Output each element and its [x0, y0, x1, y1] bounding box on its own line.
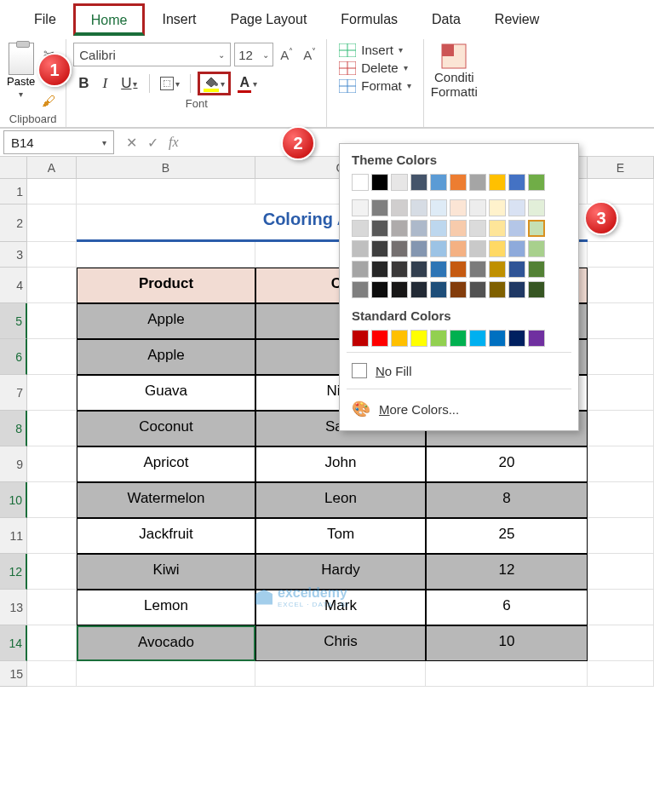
- cell[interactable]: [27, 179, 77, 204]
- cell[interactable]: [588, 242, 654, 268]
- cell[interactable]: [27, 339, 77, 375]
- insert-cells-button[interactable]: Insert ▾: [339, 43, 411, 57]
- table-cell[interactable]: Hardy: [255, 554, 426, 590]
- color-swatch[interactable]: [371, 174, 388, 191]
- row-header[interactable]: 3: [0, 242, 27, 268]
- delete-cells-button[interactable]: Delete ▾: [339, 60, 411, 75]
- color-swatch[interactable]: [391, 174, 408, 191]
- italic-button[interactable]: I: [98, 72, 113, 95]
- color-swatch[interactable]: [410, 240, 427, 257]
- cell[interactable]: [27, 268, 77, 303]
- color-swatch[interactable]: [430, 261, 447, 278]
- cell[interactable]: [588, 339, 654, 375]
- row-header[interactable]: 6: [0, 339, 27, 375]
- row-header[interactable]: 2: [0, 204, 27, 242]
- table-cell[interactable]: Guava: [77, 375, 255, 411]
- color-swatch[interactable]: [528, 174, 545, 191]
- cell[interactable]: [588, 268, 654, 303]
- cell[interactable]: [588, 303, 654, 339]
- tab-review[interactable]: Review: [478, 3, 556, 36]
- cell[interactable]: [27, 625, 77, 661]
- color-swatch[interactable]: [391, 240, 408, 257]
- col-header-A[interactable]: A: [27, 157, 77, 178]
- color-swatch[interactable]: [528, 199, 545, 216]
- table-cell[interactable]: Kiwi: [77, 554, 255, 590]
- cell[interactable]: [77, 661, 255, 687]
- color-swatch[interactable]: [371, 330, 388, 347]
- format-painter-icon[interactable]: 🖌: [38, 92, 59, 111]
- color-swatch[interactable]: [430, 220, 447, 237]
- cell[interactable]: [588, 554, 654, 590]
- color-swatch[interactable]: [410, 174, 427, 191]
- color-swatch[interactable]: [450, 330, 467, 347]
- color-swatch[interactable]: [489, 330, 506, 347]
- table-cell[interactable]: Avocado: [77, 625, 255, 661]
- color-swatch[interactable]: [371, 261, 388, 278]
- color-swatch[interactable]: [352, 220, 369, 237]
- table-cell[interactable]: Lemon: [77, 590, 255, 625]
- table-cell[interactable]: Watermelon: [77, 482, 255, 518]
- row-header[interactable]: 4: [0, 268, 27, 303]
- table-cell[interactable]: 25: [426, 518, 588, 554]
- color-swatch[interactable]: [371, 240, 388, 257]
- fill-color-button[interactable]: ▾: [198, 72, 231, 95]
- color-swatch[interactable]: [508, 174, 525, 191]
- conditional-formatting-icon[interactable]: [440, 43, 468, 70]
- color-swatch[interactable]: [469, 261, 486, 278]
- underline-button[interactable]: U ▾: [116, 72, 142, 95]
- cell[interactable]: [426, 661, 588, 687]
- color-swatch[interactable]: [391, 261, 408, 278]
- color-swatch[interactable]: [352, 199, 369, 216]
- color-swatch[interactable]: [489, 220, 506, 237]
- color-swatch[interactable]: [450, 240, 467, 257]
- no-fill-item[interactable]: No Fill: [340, 356, 578, 385]
- cell[interactable]: [77, 242, 255, 268]
- cell[interactable]: [27, 590, 77, 625]
- table-cell[interactable]: Coconut: [77, 411, 255, 446]
- table-cell[interactable]: 20: [426, 446, 588, 482]
- row-header[interactable]: 7: [0, 375, 27, 411]
- row-header[interactable]: 12: [0, 554, 27, 590]
- color-swatch[interactable]: [508, 281, 525, 298]
- cell[interactable]: [27, 303, 77, 339]
- cell[interactable]: [588, 375, 654, 411]
- cell[interactable]: [27, 375, 77, 411]
- font-color-button[interactable]: A ▾: [234, 73, 261, 95]
- bold-button[interactable]: B: [73, 72, 94, 95]
- borders-button[interactable]: ▾: [157, 75, 183, 92]
- chevron-down-icon[interactable]: ▾: [19, 89, 23, 99]
- cell[interactable]: [588, 518, 654, 554]
- color-swatch[interactable]: [508, 261, 525, 278]
- paste-button[interactable]: Paste ▾: [7, 43, 35, 111]
- color-swatch[interactable]: [430, 199, 447, 216]
- cell[interactable]: [588, 661, 654, 687]
- col-header-E[interactable]: E: [588, 157, 654, 178]
- color-swatch[interactable]: [508, 330, 525, 347]
- table-cell[interactable]: Apple: [77, 303, 255, 339]
- color-swatch[interactable]: [450, 261, 467, 278]
- color-swatch[interactable]: [528, 330, 545, 347]
- table-cell[interactable]: 12: [426, 554, 588, 590]
- color-swatch[interactable]: [508, 240, 525, 257]
- cell[interactable]: [27, 661, 77, 687]
- color-swatch[interactable]: [371, 281, 388, 298]
- row-header[interactable]: 15: [0, 661, 27, 687]
- color-swatch[interactable]: [430, 281, 447, 298]
- chevron-down-icon[interactable]: ▾: [221, 79, 225, 89]
- color-swatch[interactable]: [371, 199, 388, 216]
- cell[interactable]: [27, 411, 77, 446]
- color-swatch[interactable]: [489, 240, 506, 257]
- color-swatch[interactable]: [410, 261, 427, 278]
- cell[interactable]: [77, 179, 255, 204]
- color-swatch[interactable]: [391, 330, 408, 347]
- tab-file[interactable]: File: [17, 3, 73, 36]
- color-swatch[interactable]: [352, 261, 369, 278]
- color-swatch[interactable]: [528, 240, 545, 257]
- cell[interactable]: [27, 204, 77, 242]
- cell[interactable]: [27, 446, 77, 482]
- color-swatch[interactable]: [450, 174, 467, 191]
- color-swatch[interactable]: [410, 281, 427, 298]
- color-swatch[interactable]: [528, 220, 545, 237]
- color-swatch[interactable]: [410, 220, 427, 237]
- color-swatch[interactable]: [469, 240, 486, 257]
